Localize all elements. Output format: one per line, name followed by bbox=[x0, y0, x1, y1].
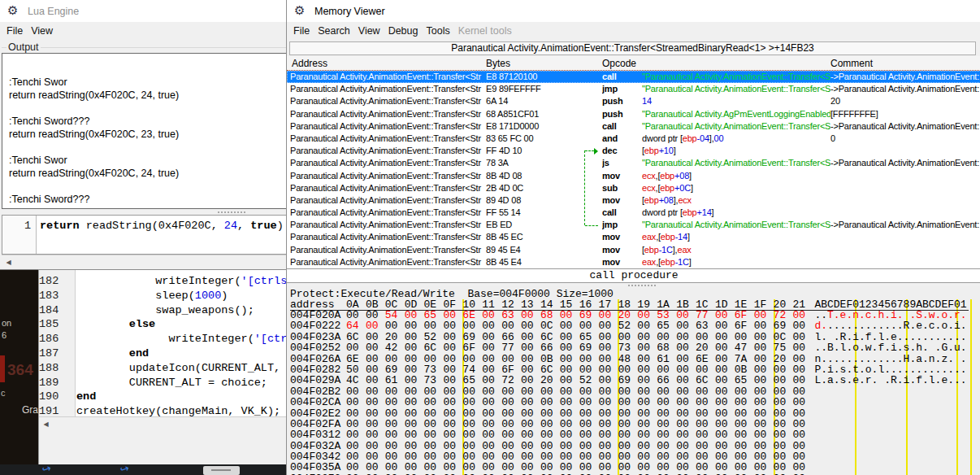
hex-byte[interactable]: 72 bbox=[501, 375, 521, 386]
hex-byte[interactable]: 00 bbox=[579, 320, 599, 331]
hex-byte[interactable]: 00 bbox=[443, 342, 462, 353]
hex-row[interactable]: 004F02FA00000000000000000000000000000000… bbox=[290, 419, 967, 429]
hex-byte[interactable]: 0C bbox=[540, 320, 560, 331]
hex-byte[interactable]: 00 bbox=[405, 386, 424, 397]
hex-byte[interactable]: 00 bbox=[560, 397, 579, 407]
hex-byte[interactable]: 00 bbox=[385, 419, 405, 429]
hex-byte[interactable]: 00 bbox=[676, 441, 696, 451]
hex-byte[interactable]: 00 bbox=[637, 354, 657, 364]
hex-byte[interactable]: 00 bbox=[599, 451, 618, 462]
hex-byte[interactable]: 00 bbox=[599, 397, 618, 407]
hex-byte[interactable]: 00 bbox=[579, 408, 599, 419]
disasm-row[interactable]: Paranautical Activity.AnimationEvent::Tr… bbox=[287, 219, 980, 231]
hex-byte[interactable]: 00 bbox=[366, 354, 385, 364]
hex-byte[interactable]: 00 bbox=[521, 386, 540, 397]
hex-byte[interactable]: 00 bbox=[696, 451, 715, 462]
menu-kernel-tools[interactable]: Kernel tools bbox=[454, 22, 516, 40]
hex-byte[interactable]: 00 bbox=[385, 408, 405, 419]
hex-row[interactable]: 004F035A00000000000000000000000000000000… bbox=[290, 462, 967, 473]
hex-byte[interactable]: 00 bbox=[657, 419, 676, 429]
hex-byte[interactable]: 00 bbox=[385, 451, 405, 462]
hex-byte[interactable]: 00 bbox=[599, 419, 618, 429]
hex-byte[interactable]: 00 bbox=[482, 441, 501, 451]
hex-byte[interactable]: 54 bbox=[385, 310, 405, 320]
hex-byte[interactable]: 00 bbox=[637, 364, 657, 375]
hex-byte[interactable]: 72 bbox=[774, 310, 793, 320]
hex-byte[interactable]: 00 bbox=[657, 462, 676, 473]
menu-view[interactable]: View bbox=[27, 22, 57, 40]
hex-byte[interactable]: 00 bbox=[501, 419, 521, 429]
hex-byte[interactable]: 00 bbox=[637, 419, 657, 429]
hex-byte[interactable]: 00 bbox=[599, 364, 618, 375]
disasm-row[interactable]: Paranautical Activity.AnimationEvent::Tr… bbox=[287, 157, 980, 169]
hex-byte[interactable]: 00 bbox=[366, 419, 385, 429]
hex-byte[interactable]: 00 bbox=[637, 441, 657, 451]
hex-byte[interactable]: 00 bbox=[637, 332, 657, 342]
hex-byte[interactable]: 63 bbox=[696, 320, 715, 331]
hex-byte[interactable]: 00 bbox=[754, 451, 774, 462]
disasm-row[interactable]: Paranautical Activity.AnimationEvent::Tr… bbox=[287, 194, 980, 207]
hex-byte[interactable]: 00 bbox=[599, 462, 618, 473]
hex-byte[interactable]: 00 bbox=[385, 397, 405, 407]
hex-byte[interactable]: 52 bbox=[424, 332, 444, 342]
hex-byte[interactable]: 00 bbox=[754, 332, 774, 342]
hex-byte[interactable]: 00 bbox=[735, 408, 754, 419]
hex-row[interactable]: 004F0222640000000000000000000C0000005200… bbox=[290, 320, 967, 331]
hex-byte[interactable]: 00 bbox=[424, 397, 444, 407]
hex-byte[interactable]: 00 bbox=[792, 429, 812, 440]
hex-byte[interactable]: 00 bbox=[696, 386, 715, 397]
hex-byte[interactable]: 00 bbox=[579, 354, 599, 364]
hex-byte[interactable]: 00 bbox=[405, 408, 424, 419]
hex-byte[interactable]: 00 bbox=[715, 419, 735, 429]
hex-byte[interactable]: 00 bbox=[754, 441, 774, 451]
hex-byte[interactable]: 00 bbox=[405, 451, 424, 462]
hex-byte[interactable]: 00 bbox=[385, 386, 405, 397]
hex-byte[interactable]: 00 bbox=[405, 429, 424, 440]
hex-row[interactable]: 004F031200000000000000000000000000000000… bbox=[290, 429, 967, 440]
hex-byte[interactable]: 00 bbox=[560, 429, 579, 440]
hex-byte[interactable]: 65 bbox=[462, 375, 482, 386]
hex-byte[interactable]: 77 bbox=[696, 310, 715, 320]
disasm-row[interactable]: Paranautical Activity.AnimationEvent::Tr… bbox=[287, 231, 980, 243]
hex-byte[interactable]: 00 bbox=[637, 397, 657, 407]
hex-byte[interactable]: 65 bbox=[735, 375, 754, 386]
hex-byte[interactable]: 00 bbox=[618, 408, 637, 419]
editor-hscrollbar[interactable]: ◀ bbox=[2, 255, 287, 269]
hex-byte[interactable]: 00 bbox=[599, 342, 618, 353]
hex-byte[interactable]: 6F bbox=[462, 342, 482, 353]
hex-byte[interactable]: 00 bbox=[715, 462, 735, 473]
hex-byte[interactable]: 00 bbox=[657, 332, 676, 342]
hex-byte[interactable]: 00 bbox=[579, 441, 599, 451]
hex-byte[interactable]: 00 bbox=[579, 462, 599, 473]
hex-byte[interactable]: 00 bbox=[501, 451, 521, 462]
hex-byte[interactable]: 00 bbox=[715, 354, 735, 364]
hex-byte[interactable]: 6F bbox=[735, 310, 754, 320]
hex-byte[interactable]: 48 bbox=[618, 354, 637, 364]
hex-byte[interactable]: 00 bbox=[774, 441, 793, 451]
hex-byte[interactable]: 00 bbox=[540, 462, 560, 473]
hex-byte[interactable]: 00 bbox=[482, 386, 501, 397]
hex-row[interactable]: 004F0252000042006C006F007700660069007300… bbox=[290, 342, 967, 353]
hex-byte[interactable]: 00 bbox=[676, 320, 696, 331]
hex-byte[interactable]: 00 bbox=[560, 408, 579, 419]
hex-byte[interactable]: 00 bbox=[405, 342, 424, 353]
hex-byte[interactable]: 00 bbox=[462, 429, 482, 440]
hex-byte[interactable]: 00 bbox=[424, 320, 444, 331]
hex-byte[interactable]: 00 bbox=[774, 462, 793, 473]
hex-byte[interactable]: 00 bbox=[366, 386, 385, 397]
hex-byte[interactable]: 00 bbox=[443, 364, 462, 375]
hex-byte[interactable]: 00 bbox=[774, 375, 793, 386]
hex-byte[interactable]: 61 bbox=[385, 375, 405, 386]
hex-byte[interactable]: 00 bbox=[754, 310, 774, 320]
hex-byte[interactable]: 00 bbox=[560, 320, 579, 331]
hex-byte[interactable]: 00 bbox=[346, 462, 366, 473]
hex-byte[interactable]: 00 bbox=[676, 310, 696, 320]
hex-byte[interactable]: 00 bbox=[696, 332, 715, 342]
hex-byte[interactable]: 0C bbox=[774, 332, 793, 342]
hex-byte[interactable]: 00 bbox=[482, 451, 501, 462]
hex-byte[interactable]: 00 bbox=[385, 320, 405, 331]
hex-byte[interactable]: 00 bbox=[346, 397, 366, 407]
hex-byte[interactable]: 00 bbox=[540, 441, 560, 451]
hex-row[interactable]: 004F029A4C006100730065007200200052006900… bbox=[290, 375, 967, 386]
hex-byte[interactable]: 00 bbox=[501, 408, 521, 419]
